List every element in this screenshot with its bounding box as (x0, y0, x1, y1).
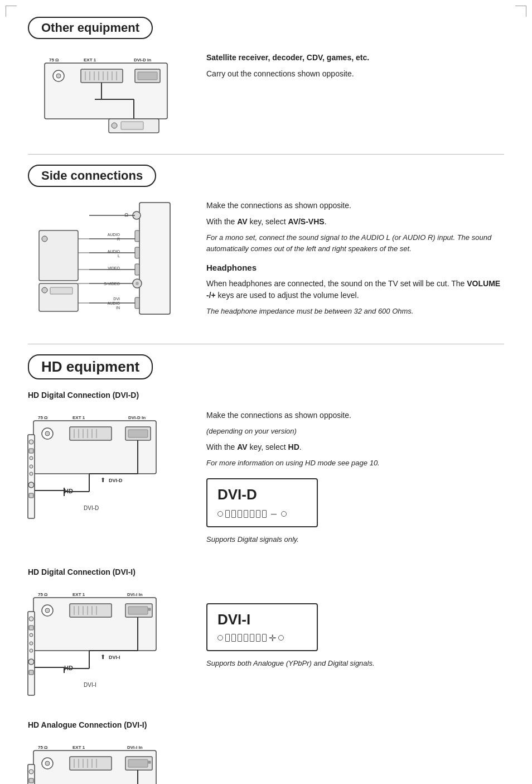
svg-text:DVI-D In: DVI-D In (134, 57, 151, 62)
svg-text:L: L (118, 254, 120, 258)
dvi-i-pin-row (225, 634, 267, 642)
corner-mark-tr (515, 6, 526, 17)
svg-rect-139 (148, 761, 151, 763)
other-equipment-section: Other equipment 75 Ω EXT 1 DVI-D In (28, 17, 504, 137)
hd-dvi-d-row: 75 Ω EXT 1 DVI-D In (28, 407, 504, 550)
svg-point-111 (30, 649, 33, 652)
svg-text:⬆: ⬆ (100, 477, 105, 483)
side-connections-av: With the AV key, select AV/S-VHS. (206, 216, 504, 228)
dvi-i-pin-slot-7 (262, 634, 267, 642)
hd-dvi-i-title: HD Digital Connection (DVI-I) (28, 566, 504, 578)
svg-point-75 (30, 456, 33, 460)
side-connections-svg: Ω AUDIO R AUDIO L VIDEO S-VIDEO (28, 197, 184, 325)
dvi-i-pin-cross: ✛ (269, 633, 276, 643)
dvi-i-desc: Supports both Analogue (YPbPr) and Digit… (206, 658, 504, 669)
svg-text:EXT 1: EXT 1 (72, 592, 85, 597)
svg-text:EXT 1: EXT 1 (72, 415, 85, 420)
hd-equipment-section: HD equipment HD Digital Connection (DVI-… (28, 354, 504, 784)
svg-rect-33 (135, 264, 139, 275)
svg-rect-106 (28, 612, 35, 695)
hd-dvi-d-svg: 75 Ω EXT 1 DVI-D In (28, 407, 178, 530)
svg-text:EXT 1: EXT 1 (72, 745, 85, 750)
svg-point-141 (29, 769, 33, 774)
side-connections-row: Ω AUDIO R AUDIO L VIDEO S-VIDEO (28, 197, 504, 327)
svg-text:DVI-I: DVI-I (109, 655, 120, 660)
pin-circle-right (281, 511, 287, 517)
pin-slot-7 (262, 510, 267, 518)
svg-text:75 Ω: 75 Ω (38, 745, 48, 750)
svg-text:AUDIO: AUDIO (108, 233, 120, 237)
side-connections-mono: For a mono set, connect the sound signal… (206, 232, 504, 254)
svg-rect-22 (121, 122, 143, 129)
pin-circle-left (217, 511, 223, 517)
svg-point-110 (30, 642, 33, 645)
hd-analogue-diagram: 75 Ω EXT 1 DVI-I In (28, 737, 195, 785)
svg-text:DVI: DVI (113, 297, 120, 301)
pin-slot-5 (250, 510, 254, 518)
hd-analogue-title: HD Analogue Connection (DVI-I) (28, 719, 504, 731)
svg-rect-16 (138, 72, 157, 80)
svg-text:⬆: ⬆ (100, 653, 105, 660)
other-equipment-text: Satellite receiver, decoder, CDV, games,… (206, 49, 504, 84)
pin-slot-6 (256, 510, 260, 518)
svg-point-78 (28, 482, 34, 488)
hd-dvi-i-svg: 75 Ω EXT 1 DVI-I In (28, 584, 178, 701)
svg-point-76 (30, 465, 33, 468)
dvi-i-connector-box: DVI-I ✛ (206, 603, 318, 651)
svg-point-62 (45, 431, 50, 436)
svg-rect-79 (29, 493, 33, 498)
svg-text:EXT 1: EXT 1 (84, 57, 96, 62)
svg-point-107 (29, 617, 33, 621)
dvi-i-connector-label: DVI-I (217, 611, 307, 628)
svg-point-56 (42, 236, 47, 242)
side-connections-header: Side connections (28, 165, 156, 187)
other-equipment-title: Other equipment (41, 21, 139, 35)
hd-analogue-svg: 75 Ω EXT 1 DVI-I In (28, 737, 178, 785)
hd-equipment-header: HD equipment (28, 354, 153, 379)
dvi-i-pin-slot-5 (250, 634, 254, 642)
svg-rect-96 (70, 604, 112, 617)
svg-point-48 (42, 287, 47, 293)
svg-rect-23 (139, 203, 170, 314)
svg-point-95 (45, 608, 50, 613)
hd-dvi-d-text: Make the connections as shown opposite. … (206, 407, 504, 550)
svg-rect-142 (29, 778, 33, 783)
other-equipment-diagram: 75 Ω EXT 1 DVI-D In (28, 49, 195, 137)
svg-text:Ω: Ω (124, 212, 128, 218)
pin-dash: – (271, 508, 277, 520)
svg-rect-108 (29, 626, 33, 630)
svg-rect-72 (28, 435, 35, 518)
corner-mark-tl (6, 6, 17, 17)
hd-dvi-d-title: HD Digital Connection (DVI-D) (28, 389, 504, 401)
svg-point-36 (136, 282, 139, 285)
dvi-d-connector-label: DVI-D (217, 486, 307, 503)
hd-dvi-i-diagram: 75 Ω EXT 1 DVI-I In (28, 584, 195, 703)
pin-slot-2 (231, 510, 236, 518)
other-equipment-header: Other equipment (28, 17, 153, 39)
hd-dvi-i-text: DVI-I ✛ (206, 584, 504, 674)
satellite-heading: Satellite receiver, decoder, CDV, games,… (206, 53, 369, 62)
divider-2 (28, 344, 504, 344)
headphones-heading: Headphones (206, 262, 504, 275)
svg-text:DVI-I: DVI-I (84, 682, 96, 688)
svg-rect-71 (128, 430, 148, 437)
dvi-i-pin-circle-left (217, 635, 223, 641)
divider-1 (28, 154, 504, 155)
side-connections-main: Make the connections as shown opposite. (206, 200, 504, 211)
svg-point-21 (112, 123, 117, 128)
side-connections-section: Side connections Ω AUDIO R AUDIO L (28, 165, 504, 327)
svg-rect-130 (70, 757, 112, 770)
pin-slot-4 (244, 510, 248, 518)
hd-dvi-i-row: 75 Ω EXT 1 DVI-I In (28, 584, 504, 703)
svg-point-77 (30, 472, 33, 475)
svg-text:DVI-I In: DVI-I In (127, 592, 143, 597)
svg-text:75 Ω: 75 Ω (38, 415, 48, 420)
svg-text:75 Ω: 75 Ω (38, 592, 48, 597)
svg-rect-138 (128, 759, 148, 767)
dvi-i-pin-slot-6 (256, 634, 260, 642)
svg-text:75 Ω: 75 Ω (49, 57, 59, 62)
svg-rect-40 (135, 297, 139, 309)
svg-text:DVI-D In: DVI-D In (128, 415, 146, 420)
hd-analogue-text (206, 737, 504, 739)
dvi-d-connector-pins: – (217, 508, 307, 520)
